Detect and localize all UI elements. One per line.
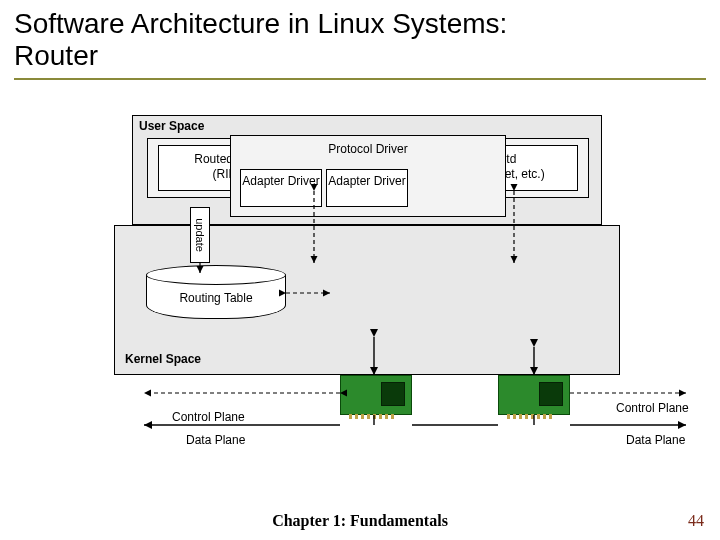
protocol-driver-label: Protocol Driver xyxy=(328,142,407,156)
update-box: update xyxy=(190,207,210,263)
page-number: 44 xyxy=(688,512,704,530)
control-plane-left: Control Plane xyxy=(172,410,245,424)
kernel-space-label: Kernel Space xyxy=(125,352,201,366)
data-plane-left: Data Plane xyxy=(186,433,245,447)
routing-table-label: Routing Table xyxy=(146,291,286,305)
update-label: update xyxy=(194,218,206,252)
nic-card-1 xyxy=(340,375,412,415)
adapter-driver-1: Adapter Driver xyxy=(240,169,322,207)
data-plane-right: Data Plane xyxy=(626,433,685,447)
title-line2: Router xyxy=(14,40,98,71)
nic-card-2 xyxy=(498,375,570,415)
title-underline xyxy=(14,78,706,80)
cylinder-top xyxy=(146,265,286,285)
slide-title: Software Architecture in Linux Systems: … xyxy=(0,0,720,78)
routing-table-cylinder: Routing Table xyxy=(146,265,286,321)
diagram-stage: Kernel Space User Space Routed (RIP) / g… xyxy=(14,95,706,475)
user-space-label: User Space xyxy=(139,119,204,133)
control-plane-right: Control Plane xyxy=(616,401,689,415)
adapter-driver-2: Adapter Driver xyxy=(326,169,408,207)
chapter-label: Chapter 1: Fundamentals xyxy=(0,512,720,530)
title-line1: Software Architecture in Linux Systems: xyxy=(14,8,507,39)
